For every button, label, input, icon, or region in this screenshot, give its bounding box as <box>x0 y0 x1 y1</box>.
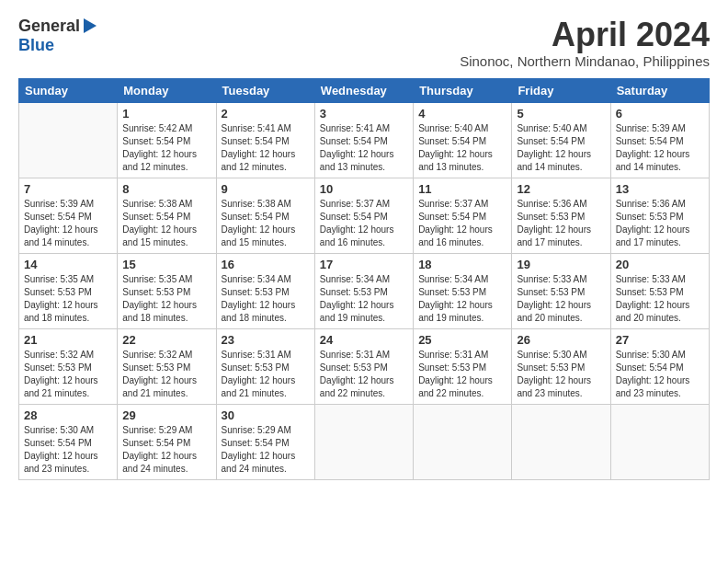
cell-content: Sunrise: 5:38 AMSunset: 5:54 PMDaylight:… <box>122 198 210 249</box>
day-number: 27 <box>616 333 704 347</box>
cell-content: Sunrise: 5:39 AMSunset: 5:54 PMDaylight:… <box>616 122 704 174</box>
calendar-cell <box>19 102 118 178</box>
day-number: 14 <box>24 258 112 271</box>
logo-arrow-icon <box>84 18 97 33</box>
calendar-week-row: 28Sunrise: 5:30 AMSunset: 5:54 PMDayligh… <box>19 404 710 479</box>
calendar-header-thursday: Thursday <box>414 78 512 102</box>
cell-content: Sunrise: 5:40 AMSunset: 5:54 PMDaylight:… <box>517 122 605 174</box>
day-number: 17 <box>320 258 408 271</box>
day-number: 11 <box>418 182 506 196</box>
calendar-cell: 27Sunrise: 5:30 AMSunset: 5:54 PMDayligh… <box>610 328 709 404</box>
day-number: 8 <box>122 182 210 196</box>
cell-content: Sunrise: 5:39 AMSunset: 5:54 PMDaylight:… <box>24 198 112 249</box>
calendar-header-sunday: Sunday <box>19 78 118 102</box>
day-number: 16 <box>222 258 310 271</box>
day-number: 28 <box>24 408 112 422</box>
calendar-week-row: 14Sunrise: 5:35 AMSunset: 5:53 PMDayligh… <box>19 253 710 328</box>
calendar-cell: 10Sunrise: 5:37 AMSunset: 5:54 PMDayligh… <box>314 178 413 253</box>
calendar-cell: 21Sunrise: 5:32 AMSunset: 5:53 PMDayligh… <box>19 328 118 404</box>
calendar-cell: 5Sunrise: 5:40 AMSunset: 5:54 PMDaylight… <box>512 102 610 178</box>
day-number: 12 <box>517 182 605 196</box>
calendar-cell: 26Sunrise: 5:30 AMSunset: 5:53 PMDayligh… <box>512 328 610 404</box>
calendar-cell: 14Sunrise: 5:35 AMSunset: 5:53 PMDayligh… <box>19 253 118 328</box>
day-number: 21 <box>24 333 112 347</box>
calendar-cell: 4Sunrise: 5:40 AMSunset: 5:54 PMDaylight… <box>414 102 512 178</box>
day-number: 6 <box>616 107 704 121</box>
cell-content: Sunrise: 5:41 AMSunset: 5:54 PMDaylight:… <box>222 122 310 174</box>
cell-content: Sunrise: 5:38 AMSunset: 5:54 PMDaylight:… <box>222 198 310 249</box>
day-number: 30 <box>222 408 310 422</box>
calendar-cell: 7Sunrise: 5:39 AMSunset: 5:54 PMDaylight… <box>19 178 118 253</box>
calendar-cell: 1Sunrise: 5:42 AMSunset: 5:54 PMDaylight… <box>118 102 216 178</box>
month-title: April 2024 <box>460 17 710 53</box>
calendar-cell: 22Sunrise: 5:32 AMSunset: 5:53 PMDayligh… <box>118 328 216 404</box>
cell-content: Sunrise: 5:36 AMSunset: 5:53 PMDaylight:… <box>616 198 704 249</box>
cell-content: Sunrise: 5:32 AMSunset: 5:53 PMDaylight:… <box>122 349 210 400</box>
day-number: 7 <box>24 182 112 196</box>
calendar-cell <box>512 404 610 479</box>
calendar-cell: 8Sunrise: 5:38 AMSunset: 5:54 PMDaylight… <box>118 178 216 253</box>
day-number: 3 <box>320 107 408 121</box>
calendar-header-tuesday: Tuesday <box>216 78 314 102</box>
calendar-cell: 13Sunrise: 5:36 AMSunset: 5:53 PMDayligh… <box>610 178 709 253</box>
calendar-cell <box>610 404 709 479</box>
day-number: 2 <box>222 107 310 121</box>
cell-content: Sunrise: 5:31 AMSunset: 5:53 PMDaylight:… <box>320 349 408 400</box>
day-number: 9 <box>222 182 310 196</box>
cell-content: Sunrise: 5:34 AMSunset: 5:53 PMDaylight:… <box>418 273 506 325</box>
cell-content: Sunrise: 5:31 AMSunset: 5:53 PMDaylight:… <box>418 349 506 400</box>
calendar-cell: 2Sunrise: 5:41 AMSunset: 5:54 PMDaylight… <box>216 102 314 178</box>
title-section: April 2024 Sinonoc, Northern Mindanao, P… <box>460 17 710 69</box>
calendar-cell: 19Sunrise: 5:33 AMSunset: 5:53 PMDayligh… <box>512 253 610 328</box>
day-number: 20 <box>616 258 704 271</box>
cell-content: Sunrise: 5:35 AMSunset: 5:53 PMDaylight:… <box>24 273 112 325</box>
day-number: 24 <box>320 333 408 347</box>
calendar-cell: 15Sunrise: 5:35 AMSunset: 5:53 PMDayligh… <box>118 253 216 328</box>
calendar-header-wednesday: Wednesday <box>314 78 413 102</box>
calendar-week-row: 21Sunrise: 5:32 AMSunset: 5:53 PMDayligh… <box>19 328 710 404</box>
day-number: 29 <box>122 408 210 422</box>
calendar-table: SundayMondayTuesdayWednesdayThursdayFrid… <box>18 78 710 480</box>
day-number: 1 <box>122 107 210 121</box>
day-number: 4 <box>418 107 506 121</box>
calendar-cell: 29Sunrise: 5:29 AMSunset: 5:54 PMDayligh… <box>118 404 216 479</box>
cell-content: Sunrise: 5:33 AMSunset: 5:53 PMDaylight:… <box>517 273 605 325</box>
day-number: 19 <box>517 258 605 271</box>
calendar-cell: 12Sunrise: 5:36 AMSunset: 5:53 PMDayligh… <box>512 178 610 253</box>
day-number: 18 <box>418 258 506 271</box>
logo-general-text: General <box>18 17 80 36</box>
cell-content: Sunrise: 5:37 AMSunset: 5:54 PMDaylight:… <box>320 198 408 249</box>
calendar-cell: 16Sunrise: 5:34 AMSunset: 5:53 PMDayligh… <box>216 253 314 328</box>
calendar-week-row: 1Sunrise: 5:42 AMSunset: 5:54 PMDaylight… <box>19 102 710 178</box>
cell-content: Sunrise: 5:29 AMSunset: 5:54 PMDaylight:… <box>122 424 210 476</box>
cell-content: Sunrise: 5:34 AMSunset: 5:53 PMDaylight:… <box>320 273 408 325</box>
calendar-cell: 3Sunrise: 5:41 AMSunset: 5:54 PMDaylight… <box>314 102 413 178</box>
calendar-cell: 25Sunrise: 5:31 AMSunset: 5:53 PMDayligh… <box>414 328 512 404</box>
calendar-cell: 28Sunrise: 5:30 AMSunset: 5:54 PMDayligh… <box>19 404 118 479</box>
cell-content: Sunrise: 5:31 AMSunset: 5:53 PMDaylight:… <box>222 349 310 400</box>
page: General Blue April 2024 Sinonoc, Norther… <box>0 0 728 489</box>
day-number: 25 <box>418 333 506 347</box>
calendar-cell <box>414 404 512 479</box>
cell-content: Sunrise: 5:33 AMSunset: 5:53 PMDaylight:… <box>616 273 704 325</box>
calendar-cell: 17Sunrise: 5:34 AMSunset: 5:53 PMDayligh… <box>314 253 413 328</box>
calendar-cell: 20Sunrise: 5:33 AMSunset: 5:53 PMDayligh… <box>610 253 709 328</box>
cell-content: Sunrise: 5:30 AMSunset: 5:54 PMDaylight:… <box>616 349 704 400</box>
logo-blue-text: Blue <box>18 36 54 55</box>
calendar-header-saturday: Saturday <box>610 78 709 102</box>
calendar-cell: 6Sunrise: 5:39 AMSunset: 5:54 PMDaylight… <box>610 102 709 178</box>
calendar-cell: 30Sunrise: 5:29 AMSunset: 5:54 PMDayligh… <box>216 404 314 479</box>
header: General Blue April 2024 Sinonoc, Norther… <box>18 17 710 69</box>
cell-content: Sunrise: 5:42 AMSunset: 5:54 PMDaylight:… <box>122 122 210 174</box>
day-number: 10 <box>320 182 408 196</box>
calendar-header-row: SundayMondayTuesdayWednesdayThursdayFrid… <box>19 78 710 102</box>
calendar-header-monday: Monday <box>118 78 216 102</box>
calendar-header-friday: Friday <box>512 78 610 102</box>
cell-content: Sunrise: 5:37 AMSunset: 5:54 PMDaylight:… <box>418 198 506 249</box>
day-number: 23 <box>222 333 310 347</box>
calendar-cell: 23Sunrise: 5:31 AMSunset: 5:53 PMDayligh… <box>216 328 314 404</box>
calendar-cell <box>314 404 413 479</box>
calendar-cell: 11Sunrise: 5:37 AMSunset: 5:54 PMDayligh… <box>414 178 512 253</box>
cell-content: Sunrise: 5:34 AMSunset: 5:53 PMDaylight:… <box>222 273 310 325</box>
calendar-cell: 9Sunrise: 5:38 AMSunset: 5:54 PMDaylight… <box>216 178 314 253</box>
